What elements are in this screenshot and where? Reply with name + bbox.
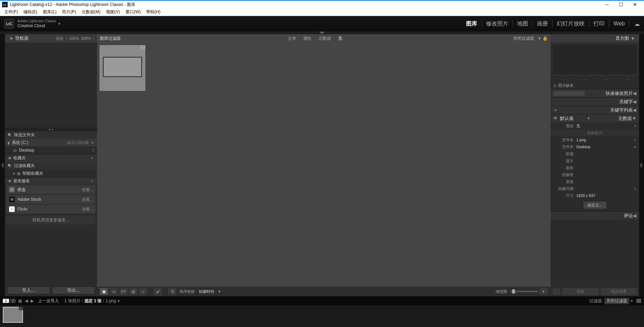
sync-button[interactable]: 同步 <box>562 288 599 295</box>
module-print[interactable]: 打印 <box>589 20 609 28</box>
filter-collections-row[interactable]: 🔍 过滤收藏夹 <box>5 162 97 169</box>
customize-button[interactable]: 自定义... <box>583 201 607 209</box>
nav-fit[interactable]: 适合 <box>56 36 63 41</box>
module-web[interactable]: Web <box>609 21 629 27</box>
chevron-down-icon[interactable]: ▾ <box>118 298 120 303</box>
chevron-down-icon[interactable]: ▾ <box>218 289 220 294</box>
grid-glyph-icon[interactable]: ▦ <box>18 298 22 303</box>
cloud-sync-icon[interactable]: ☁ <box>634 21 640 27</box>
filmstrip-thumbnail[interactable] <box>3 307 23 323</box>
folder-row[interactable]: 🗀 Desktop 1 <box>5 146 97 154</box>
preset-value[interactable]: 无 <box>576 123 634 129</box>
loupe-view-icon[interactable]: ▭ <box>110 288 118 295</box>
metadata-header[interactable]: 👁 默认值 ▾ 元数据 ▼ <box>551 114 639 122</box>
survey-view-icon[interactable]: ▥ <box>129 288 137 295</box>
filmstrip[interactable] <box>0 305 644 327</box>
histogram-view[interactable] <box>552 44 638 75</box>
publish-hdd-setup[interactable]: 设置... <box>82 187 93 192</box>
top-panel-toggle[interactable] <box>0 31 644 34</box>
sync-settings-button[interactable]: 同步设置 <box>601 288 637 295</box>
breadcrumb-source[interactable]: 上一次导入 <box>38 298 59 304</box>
smart-collections-row[interactable]: ▸ ▤ 智能收藏夹 <box>5 169 97 177</box>
export-button[interactable]: 导出... <box>52 287 95 294</box>
publish-hdd-row[interactable]: ⛁ 硬盘 设置... <box>6 185 96 194</box>
chevron-icon[interactable]: ‹ <box>66 36 67 40</box>
filter-close-dropdown[interactable]: 关闭过滤器 <box>513 36 534 41</box>
sync-switch[interactable] <box>553 288 560 295</box>
close-button[interactable]: ✕ <box>628 0 642 9</box>
collections-header[interactable]: ▼ 收藏夹 ＋ <box>5 154 97 162</box>
menu-file[interactable]: 文件(F) <box>1 9 21 15</box>
filter-preset-dropdown[interactable]: 关闭过滤器 <box>604 298 629 304</box>
monitor-1-button[interactable]: 1 <box>3 299 9 303</box>
comments-header[interactable]: 评论 ◀ <box>551 211 639 220</box>
metadata-set-selector[interactable]: 默认值 <box>560 115 574 122</box>
filter-metadata[interactable]: 元数据 <box>319 36 331 41</box>
module-map[interactable]: 地图 <box>513 20 533 28</box>
nav-300[interactable]: 300% <box>81 36 91 40</box>
minimize-button[interactable]: ─ <box>600 0 614 9</box>
menu-icon[interactable]: ≡ <box>634 187 636 191</box>
sort-value[interactable]: 拍摄时间 <box>199 289 214 294</box>
menu-window[interactable]: 窗口(W) <box>123 9 143 15</box>
monitor-2-button[interactable]: 2 <box>10 299 16 303</box>
module-slideshow[interactable]: 幻灯片放映 <box>553 20 589 28</box>
people-view-icon[interactable]: ☺ <box>139 288 147 295</box>
chevron-down-icon[interactable]: ▾ <box>631 298 633 303</box>
grid-view-icon[interactable]: ▦ <box>100 288 108 295</box>
filter-text[interactable]: 文本 <box>288 36 296 41</box>
drive-caret-icon[interactable]: ▼ <box>91 141 94 145</box>
thumb-size-slider[interactable] <box>510 291 538 292</box>
publish-stock-row[interactable]: St Adobe Stock 设置... <box>6 195 96 204</box>
grid-view[interactable]: 1 <box>97 43 551 287</box>
brand-caret-icon[interactable]: ▾ <box>58 21 60 26</box>
nav-forward-icon[interactable]: ▶ <box>31 298 34 303</box>
nav-100[interactable]: 100% <box>69 36 79 40</box>
module-library[interactable]: 图库 <box>462 20 482 28</box>
menu-view[interactable]: 视图(V) <box>103 9 123 15</box>
add-keyword-icon[interactable]: ＋ <box>553 107 558 113</box>
brand-block[interactable]: Adobe Lightroom Classic Creative Cloud <box>17 19 56 28</box>
publish-flickr-row[interactable]: •• Flickr 设置... <box>6 205 96 214</box>
quick-develop-header[interactable]: 快速修改照片 ◀ <box>551 89 639 97</box>
menu-library[interactable]: 图库(L) <box>40 9 59 15</box>
filter-folders-row[interactable]: 🔍 筛选文件夹 <box>5 131 97 139</box>
meta-filename-value[interactable]: 1.png <box>576 138 634 142</box>
qd-preset-selector[interactable] <box>553 91 585 96</box>
add-publish-icon[interactable]: ＋ <box>90 178 94 184</box>
eye-icon[interactable]: 👁 <box>553 116 558 121</box>
module-book[interactable]: 画册 <box>533 20 553 28</box>
import-button[interactable]: 导入... <box>7 287 50 294</box>
lock-icon[interactable]: 🔒 <box>542 36 548 41</box>
menu-metadata[interactable]: 元数据(M) <box>79 9 103 15</box>
filter-flag-icon[interactable] <box>636 299 641 303</box>
filter-none[interactable]: 无 <box>338 36 342 41</box>
maximize-button[interactable]: ☐ <box>614 0 628 9</box>
keywords-header[interactable]: 关键字 ◀ <box>551 97 639 106</box>
navigator-preview[interactable] <box>5 43 97 128</box>
publish-flickr-setup[interactable]: 设置... <box>82 207 93 212</box>
keyword-list-header[interactable]: ＋ 关键字列表 ◀ <box>551 106 639 114</box>
add-collection-icon[interactable]: ＋ <box>90 155 94 161</box>
histogram-header[interactable]: 直方图 ▼ <box>551 34 639 43</box>
navigator-header[interactable]: ▼ 导航器 适合 ‹ 100% 300% › <box>5 34 97 43</box>
drive-row[interactable]: ▮ 系统 (C:) 83.2 / 233 GB ▼ <box>5 139 97 146</box>
panel-scroll-up-icon[interactable]: ▲▲ <box>5 128 97 131</box>
publish-stock-setup[interactable]: 设置... <box>82 197 93 202</box>
menu-help[interactable]: 帮助(H) <box>143 9 163 15</box>
filter-attribute[interactable]: 属性 <box>303 36 312 41</box>
left-panel-toggle[interactable] <box>0 34 5 296</box>
nav-back-icon[interactable]: ◀ <box>25 298 28 303</box>
chevron-down-icon[interactable]: ▾ <box>538 36 540 41</box>
menu-edit[interactable]: 编辑(E) <box>21 9 40 15</box>
right-panel-toggle[interactable] <box>639 34 644 296</box>
photo-thumbnail[interactable]: 1 <box>99 45 146 91</box>
toolbar-menu-icon[interactable]: ▾ <box>539 288 548 295</box>
menu-icon[interactable]: ≡ <box>634 138 636 142</box>
chevron-down-icon[interactable]: ▾ <box>587 116 590 121</box>
find-more-services[interactable]: 联机查找更多服务... <box>6 215 96 225</box>
goto-icon[interactable]: ➔ <box>633 145 636 149</box>
module-develop[interactable]: 修改照片 <box>482 20 513 28</box>
meta-folder-value[interactable]: Desktop <box>576 145 633 149</box>
publish-header[interactable]: ▼ 发布服务 ＋ <box>5 177 97 185</box>
